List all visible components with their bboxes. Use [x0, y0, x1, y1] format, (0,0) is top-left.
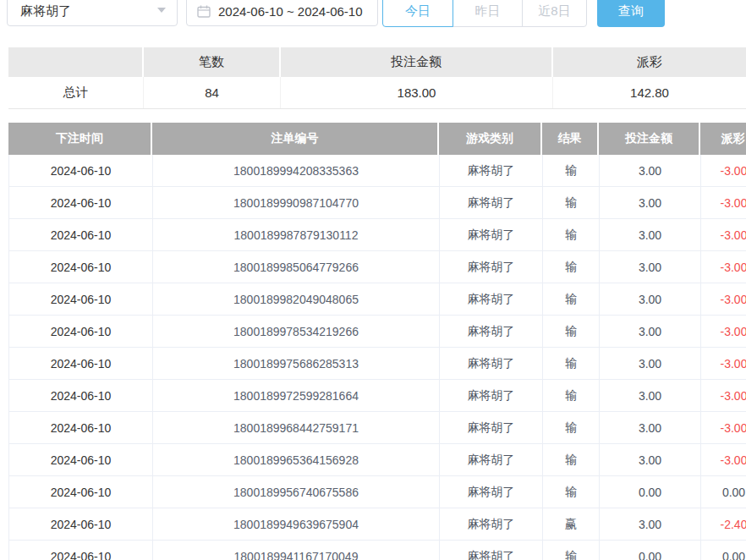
col-header-result: 结果 [542, 123, 599, 155]
cell-payout: -3.00 [701, 219, 746, 250]
calendar-icon [197, 5, 211, 18]
cell-bet-amount: 3.00 [600, 316, 701, 347]
cell-bet-time: 2024-06-10 [9, 251, 153, 283]
summary-total-label: 总计 [8, 77, 144, 108]
bet-records-page: 麻将胡了 2024-06-10 ~ 2024-06-10 今日 昨日 近8日 查… [0, 0, 746, 560]
table-row: 2024-06-10 1800189965364156928 麻将胡了 输 3.… [8, 444, 746, 476]
cell-bet-time: 2024-06-10 [9, 508, 153, 540]
bet-table-body: 2024-06-10 1800189994208335363 麻将胡了 输 3.… [8, 155, 746, 560]
summary-header-count: 笔数 [144, 47, 281, 77]
summary-header-blank [8, 47, 144, 77]
cell-payout: -3.00 [701, 155, 746, 186]
cell-bet-time: 2024-06-10 [9, 412, 153, 443]
cell-result: 输 [543, 219, 600, 250]
cell-order-id: 1800189982049048065 [153, 283, 440, 315]
today-button[interactable]: 今日 [382, 0, 453, 27]
cell-bet-amount: 3.00 [600, 283, 701, 315]
chevron-down-icon [157, 8, 166, 13]
cell-game-type: 麻将胡了 [440, 283, 543, 315]
cell-game-type: 麻将胡了 [440, 219, 543, 250]
table-row: 2024-06-10 1800189968442759171 麻将胡了 输 3.… [8, 412, 746, 444]
cell-game-type: 麻将胡了 [440, 541, 543, 560]
game-select-value: 麻将胡了 [20, 3, 71, 19]
table-row: 2024-06-10 1800189978534219266 麻将胡了 输 3.… [8, 316, 746, 348]
summary-count-value: 84 [144, 77, 281, 108]
cell-game-type: 麻将胡了 [440, 476, 543, 508]
cell-result: 输 [543, 380, 600, 411]
yesterday-button[interactable]: 昨日 [453, 0, 523, 27]
bet-table: 下注时间 注单编号 游戏类别 结果 投注金额 派彩 2024-06-10 180… [8, 123, 746, 560]
table-row: 2024-06-10 1800189994208335363 麻将胡了 输 3.… [8, 155, 746, 187]
cell-order-id: 1800189965364156928 [153, 444, 440, 475]
cell-game-type: 麻将胡了 [440, 380, 543, 411]
cell-result: 输 [543, 412, 600, 443]
cell-payout: -3.00 [701, 187, 746, 218]
last-8-days-button[interactable]: 近8日 [522, 0, 587, 27]
cell-bet-time: 2024-06-10 [9, 219, 153, 250]
cell-order-id: 1800189987879130112 [153, 219, 440, 250]
cell-bet-time: 2024-06-10 [9, 283, 153, 315]
cell-payout: 0.00 [701, 541, 746, 560]
table-row: 2024-06-10 1800189972599281664 麻将胡了 输 3.… [8, 380, 746, 412]
cell-order-id: 1800189968442759171 [153, 412, 440, 443]
cell-bet-amount: 3.00 [600, 444, 701, 475]
summary-header-bet-amount: 投注金额 [281, 47, 553, 77]
summary-payout-value: 142.80 [553, 77, 746, 108]
cell-game-type: 麻将胡了 [440, 187, 543, 218]
cell-payout: -3.00 [701, 444, 746, 475]
table-row: 2024-06-10 1800189982049048065 麻将胡了 输 3.… [8, 283, 746, 316]
cell-bet-time: 2024-06-10 [9, 476, 153, 508]
cell-bet-amount: 3.00 [600, 412, 701, 443]
cell-game-type: 麻将胡了 [440, 412, 543, 443]
cell-bet-time: 2024-06-10 [9, 541, 153, 560]
cell-order-id: 1800189994208335363 [153, 155, 440, 186]
cell-result: 赢 [543, 508, 600, 540]
cell-result: 输 [543, 348, 600, 379]
cell-game-type: 麻将胡了 [440, 251, 543, 283]
summary-total-row: 总计 84 183.00 142.80 [8, 77, 746, 109]
cell-payout: -2.40 [701, 508, 746, 540]
cell-bet-time: 2024-06-10 [9, 380, 153, 411]
cell-payout: -3.00 [701, 412, 746, 443]
col-header-payout: 派彩 [700, 123, 746, 155]
cell-order-id: 1800189949639675904 [153, 508, 440, 540]
col-header-bet-time: 下注时间 [8, 123, 152, 155]
cell-result: 输 [543, 187, 600, 218]
summary-header-row: 笔数 投注金额 派彩 [8, 47, 746, 77]
cell-bet-amount: 3.00 [600, 348, 701, 379]
date-range-input[interactable]: 2024-06-10 ~ 2024-06-10 [186, 0, 378, 26]
cell-bet-amount: 3.00 [600, 251, 701, 283]
cell-payout: 0.00 [701, 476, 746, 508]
cell-order-id: 1800189975686285313 [153, 348, 440, 379]
table-row: 2024-06-10 1800189941167170049 麻将胡了 输 0.… [8, 541, 746, 560]
cell-bet-amount: 3.00 [600, 508, 701, 540]
cell-result: 输 [543, 316, 600, 347]
cell-bet-amount: 3.00 [600, 380, 701, 411]
cell-result: 输 [543, 444, 600, 475]
cell-payout: -3.00 [701, 348, 746, 379]
cell-order-id: 1800189956740675586 [153, 476, 440, 508]
cell-order-id: 1800189978534219266 [153, 316, 440, 347]
cell-result: 输 [543, 155, 600, 186]
cell-bet-time: 2024-06-10 [9, 348, 153, 379]
date-range-value: 2024-06-10 ~ 2024-06-10 [218, 4, 363, 19]
cell-bet-time: 2024-06-10 [9, 187, 153, 218]
cell-bet-amount: 0.00 [600, 541, 701, 560]
cell-payout: -3.00 [701, 380, 746, 411]
cell-game-type: 麻将胡了 [440, 316, 543, 347]
cell-order-id: 1800189941167170049 [153, 541, 440, 560]
bet-table-header-row: 下注时间 注单编号 游戏类别 结果 投注金额 派彩 [8, 123, 746, 155]
cell-payout: -3.00 [701, 283, 746, 315]
cell-order-id: 1800189985064779266 [153, 251, 440, 283]
summary-bet-amount-value: 183.00 [281, 77, 553, 108]
cell-bet-amount: 3.00 [600, 187, 701, 218]
summary-header-payout: 派彩 [553, 47, 746, 77]
quick-date-button-group: 今日 昨日 近8日 [382, 0, 587, 27]
table-row: 2024-06-10 1800189975686285313 麻将胡了 输 3.… [8, 348, 746, 380]
table-row: 2024-06-10 1800189956740675586 麻将胡了 输 0.… [8, 476, 746, 508]
table-row: 2024-06-10 1800189985064779266 麻将胡了 输 3.… [8, 251, 746, 283]
query-button[interactable]: 查询 [597, 0, 665, 27]
cell-order-id: 1800189972599281664 [153, 380, 440, 411]
cell-bet-time: 2024-06-10 [9, 444, 153, 475]
game-select-dropdown[interactable]: 麻将胡了 [7, 0, 178, 26]
